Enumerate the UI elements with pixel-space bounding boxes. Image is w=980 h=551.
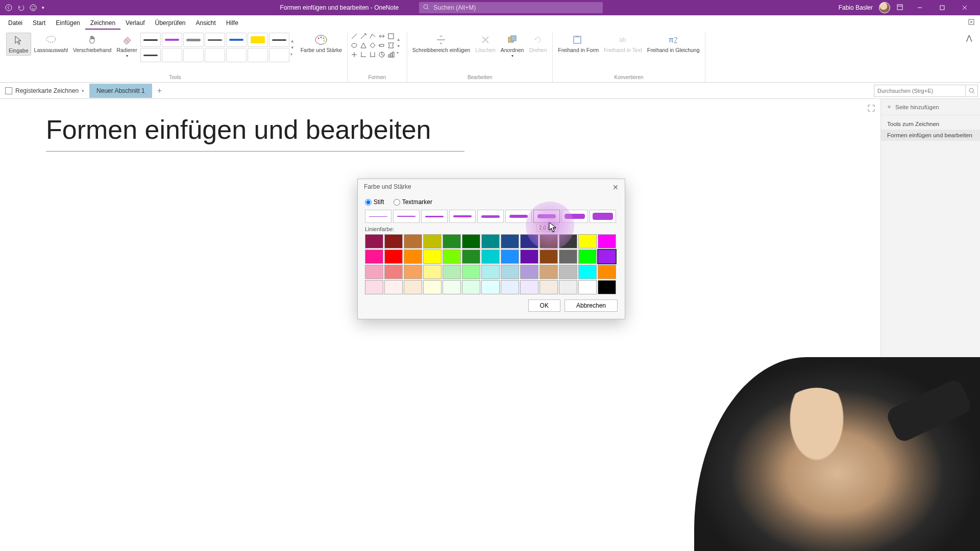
color-swatch[interactable]	[481, 249, 500, 264]
color-swatch[interactable]	[598, 249, 616, 264]
color-swatch[interactable]	[404, 234, 422, 248]
color-swatch[interactable]	[423, 249, 442, 264]
color-swatch[interactable]	[559, 280, 577, 294]
color-swatch[interactable]	[540, 249, 558, 264]
color-swatch[interactable]	[578, 280, 597, 294]
user-name[interactable]: Fabio Basler	[839, 4, 873, 11]
page-list-item[interactable]: Formen einfügen und bearbeiten	[881, 130, 980, 141]
lasso-button[interactable]: Lassoauswahl	[32, 33, 70, 55]
color-swatch[interactable]	[384, 249, 403, 264]
eraser-button[interactable]: Radierer▾	[114, 33, 139, 59]
shapes-more-icon[interactable]: ▾	[397, 51, 404, 55]
color-swatch[interactable]	[481, 280, 500, 294]
color-swatch[interactable]	[365, 265, 383, 279]
menu-einfügen[interactable]: Einfügen	[51, 16, 85, 30]
arrange-button[interactable]: Anordnen▾	[499, 33, 526, 59]
page-list-item[interactable]: Tools zum Zeichnen	[881, 118, 980, 130]
color-swatch[interactable]	[384, 234, 403, 248]
thickness-option[interactable]	[505, 210, 532, 223]
thickness-option[interactable]	[477, 210, 504, 223]
color-swatch[interactable]	[443, 265, 461, 279]
menu-datei[interactable]: Datei	[3, 16, 28, 30]
notebook-dropdown[interactable]: Registerkarte Zeichnen ▾	[0, 87, 89, 94]
color-swatch[interactable]	[423, 280, 442, 294]
pen-preset[interactable]	[269, 48, 289, 62]
expand-icon[interactable]	[867, 104, 875, 114]
insert-writing-button[interactable]: Schreibbereich einfügen	[410, 33, 472, 55]
color-swatch[interactable]	[598, 234, 616, 248]
close-window-button[interactable]	[954, 1, 975, 15]
pen-preset[interactable]	[248, 33, 268, 47]
undo-icon[interactable]	[17, 4, 24, 11]
maximize-button[interactable]	[932, 1, 952, 15]
thickness-option[interactable]	[533, 210, 560, 223]
color-swatch[interactable]	[520, 280, 538, 294]
back-icon[interactable]	[5, 4, 12, 11]
color-swatch[interactable]	[559, 265, 577, 279]
close-icon[interactable]: ✕	[612, 183, 619, 191]
pen-preset[interactable]	[140, 33, 161, 47]
color-swatch[interactable]	[462, 249, 480, 264]
color-swatch[interactable]	[501, 280, 519, 294]
minimize-button[interactable]	[910, 1, 930, 15]
eingabe-button[interactable]: Eingabe	[6, 33, 31, 56]
pen-preset[interactable]	[183, 33, 204, 47]
color-swatch[interactable]	[462, 234, 480, 248]
ink-to-math-button[interactable]: πFreihand in Gleichung	[645, 33, 702, 55]
gallery-more-icon[interactable]: ▾	[290, 52, 298, 57]
gallery-up-icon[interactable]: ▲	[290, 39, 298, 43]
ribbon-display-icon[interactable]	[896, 4, 903, 12]
ribbon-mode-icon[interactable]	[968, 18, 975, 27]
cancel-button[interactable]: Abbrechen	[565, 299, 618, 312]
menu-start[interactable]: Start	[28, 16, 51, 30]
radio-marker[interactable]: Textmarker	[394, 198, 432, 206]
color-swatch[interactable]	[501, 234, 519, 248]
color-swatch[interactable]	[443, 249, 461, 264]
color-swatch[interactable]	[540, 265, 558, 279]
pen-preset[interactable]	[226, 48, 247, 62]
radio-pen[interactable]: Stift	[365, 198, 384, 206]
color-swatch[interactable]	[404, 280, 422, 294]
color-swatch[interactable]	[520, 249, 538, 264]
color-swatch[interactable]	[540, 280, 558, 294]
pen-gallery[interactable]	[140, 33, 289, 62]
search-input[interactable]	[419, 2, 603, 13]
add-section-button[interactable]: +	[152, 86, 167, 95]
color-swatch[interactable]	[481, 234, 500, 248]
color-swatch[interactable]	[578, 265, 597, 279]
color-swatch[interactable]	[559, 249, 577, 264]
color-swatch[interactable]	[365, 280, 383, 294]
color-swatch[interactable]	[481, 265, 500, 279]
color-swatch[interactable]	[404, 265, 422, 279]
pen-preset[interactable]	[269, 33, 289, 47]
color-swatch[interactable]	[423, 265, 442, 279]
ink-to-shape-button[interactable]: Freihand in Form	[556, 33, 601, 55]
collapse-ribbon-icon[interactable]: ⋀	[966, 32, 977, 82]
emoji-icon[interactable]	[30, 4, 37, 11]
color-swatch[interactable]	[578, 249, 597, 264]
color-swatch[interactable]	[520, 265, 538, 279]
color-swatch[interactable]	[443, 280, 461, 294]
page-search-button[interactable]	[966, 85, 978, 97]
thickness-option[interactable]	[449, 210, 476, 223]
color-swatch[interactable]	[462, 280, 480, 294]
color-swatch[interactable]	[520, 234, 538, 248]
add-page-button[interactable]: ＋ Seite hinzufügen	[881, 99, 980, 115]
color-swatch[interactable]	[443, 234, 461, 248]
menu-ansicht[interactable]: Ansicht	[191, 16, 221, 30]
color-swatch[interactable]	[384, 280, 403, 294]
pen-preset[interactable]	[205, 48, 225, 62]
ok-button[interactable]: OK	[528, 299, 560, 312]
avatar[interactable]	[879, 2, 890, 13]
pen-preset[interactable]	[162, 48, 182, 62]
pen-preset[interactable]	[205, 33, 225, 47]
color-swatch[interactable]	[365, 234, 383, 248]
pen-preset[interactable]	[226, 33, 247, 47]
menu-verlauf[interactable]: Verlauf	[120, 16, 150, 30]
pan-button[interactable]: Verschiebehand	[71, 33, 113, 55]
color-swatch[interactable]	[501, 265, 519, 279]
color-swatch[interactable]	[540, 234, 558, 248]
page-title[interactable]: Formen einfügen und bearbeiten	[46, 114, 464, 152]
color-swatch[interactable]	[578, 234, 597, 248]
menu-zeichnen[interactable]: Zeichnen	[85, 16, 120, 30]
